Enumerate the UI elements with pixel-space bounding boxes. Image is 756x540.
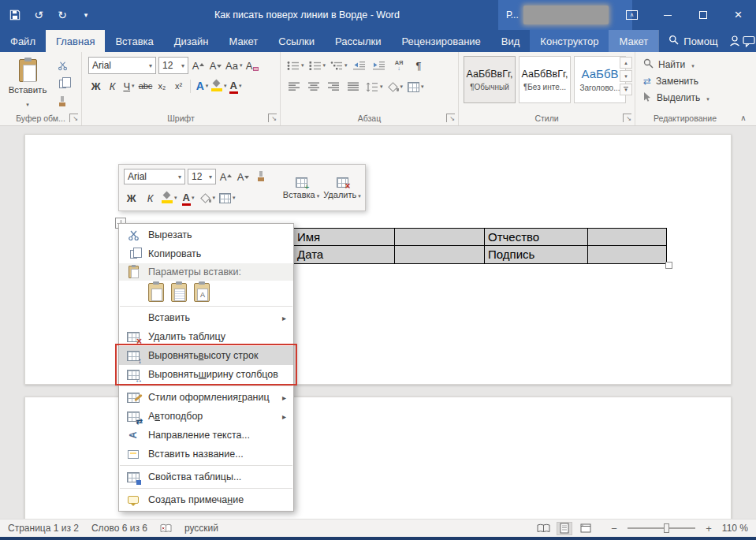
tab-help[interactable]: Помощ xyxy=(658,30,727,52)
italic-button[interactable]: К xyxy=(105,78,120,94)
table-cell[interactable]: Подпись xyxy=(485,246,588,263)
find-button[interactable]: Найти xyxy=(643,58,695,72)
show-formatting-marks-button[interactable]: ¶ xyxy=(412,58,426,73)
mini-font-color-button[interactable]: А xyxy=(181,190,196,206)
table-cell[interactable]: Дата xyxy=(294,246,395,263)
mini-font-family-combo[interactable]: Arial xyxy=(124,169,185,184)
menu-item-delete-table[interactable]: Удалить таблицу xyxy=(119,327,293,346)
paste-button[interactable]: Вставить xyxy=(6,56,50,111)
language-indicator[interactable]: русский xyxy=(184,523,218,534)
line-spacing-button[interactable] xyxy=(366,79,383,95)
mini-delete-table-button[interactable]: Удалить xyxy=(322,168,362,208)
borders-button[interactable] xyxy=(408,79,424,95)
mini-font-size-combo[interactable]: 12 xyxy=(188,169,216,184)
replace-button[interactable]: Заменить xyxy=(643,74,698,88)
web-layout-icon[interactable] xyxy=(578,522,594,535)
style-no-spacing[interactable]: АаБбВвГг, ¶Без инте... xyxy=(519,56,571,103)
minimize-icon[interactable] xyxy=(650,0,685,30)
tab-design[interactable]: Дизайн xyxy=(164,30,219,52)
mini-insert-table-button[interactable]: Вставка xyxy=(281,168,321,208)
cut-button[interactable] xyxy=(55,59,69,72)
print-layout-icon[interactable] xyxy=(557,522,572,535)
redo-icon[interactable] xyxy=(55,8,69,22)
collapse-ribbon-icon[interactable] xyxy=(737,112,750,123)
mini-italic-button[interactable]: К xyxy=(143,190,158,206)
styles-scroll-down-icon[interactable] xyxy=(620,70,632,82)
read-mode-icon[interactable] xyxy=(535,522,551,535)
font-dialog-launcher-icon[interactable] xyxy=(268,114,277,122)
tab-layout[interactable]: Макет xyxy=(218,30,268,52)
tab-insert[interactable]: Вставка xyxy=(105,30,163,52)
increase-indent-button[interactable] xyxy=(372,58,387,73)
mini-shrink-font-button[interactable]: А xyxy=(236,169,251,184)
clipboard-dialog-launcher-icon[interactable] xyxy=(69,114,78,122)
paste-merge-formatting-icon[interactable] xyxy=(171,283,187,302)
close-icon[interactable] xyxy=(721,0,756,30)
table-cell[interactable] xyxy=(395,246,485,263)
tab-review[interactable]: Рецензирование xyxy=(391,30,490,52)
font-family-combo[interactable]: Arial xyxy=(88,57,156,74)
page-count[interactable]: Страница 1 из 2 xyxy=(8,523,79,534)
menu-item-new-comment[interactable]: Создать примечание xyxy=(119,490,293,509)
menu-item-copy[interactable]: Копировать xyxy=(119,244,293,263)
styles-scroll-up-icon[interactable] xyxy=(620,57,632,69)
numbering-button[interactable] xyxy=(309,58,326,73)
zoom-slider[interactable] xyxy=(628,527,695,529)
paragraph-dialog-launcher-icon[interactable] xyxy=(446,114,455,122)
grow-font-button[interactable]: А xyxy=(191,58,206,73)
table-cell[interactable] xyxy=(588,229,666,246)
mini-highlight-button[interactable] xyxy=(162,190,177,206)
strikethrough-button[interactable]: abc xyxy=(138,78,153,94)
bullets-button[interactable] xyxy=(287,58,304,73)
feedback-icon[interactable] xyxy=(742,30,756,52)
undo-icon[interactable] xyxy=(32,8,46,22)
word-count[interactable]: Слово 6 из 6 xyxy=(91,523,147,534)
sort-button[interactable] xyxy=(392,58,407,73)
clear-formatting-button[interactable]: А xyxy=(245,58,260,73)
shading-button[interactable] xyxy=(388,79,404,95)
menu-item-autofit[interactable]: Автоподбор xyxy=(119,407,293,426)
save-icon[interactable] xyxy=(8,8,22,22)
table-resize-handle[interactable] xyxy=(665,262,672,269)
styles-dialog-launcher-icon[interactable] xyxy=(623,114,631,122)
menu-item-distribute-columns[interactable]: Выровнять ширину столбцов xyxy=(119,365,293,384)
tab-view[interactable]: Вид xyxy=(491,30,531,52)
shrink-font-button[interactable]: А xyxy=(208,58,223,73)
tab-table-layout[interactable]: Макет xyxy=(609,30,658,52)
zoom-in-icon[interactable]: + xyxy=(703,523,714,534)
menu-item-text-direction[interactable]: Направление текста... xyxy=(119,426,293,445)
font-size-combo[interactable]: 12 xyxy=(158,57,188,74)
tab-mailings[interactable]: Рассылки xyxy=(325,30,391,52)
paste-text-only-icon[interactable] xyxy=(194,283,210,302)
font-color-button[interactable]: А xyxy=(229,78,244,94)
table-cell[interactable] xyxy=(588,246,666,263)
table-cell[interactable] xyxy=(395,229,485,246)
multilevel-list-button[interactable] xyxy=(330,58,348,73)
subscript-button[interactable]: x₂ xyxy=(155,78,169,94)
tab-references[interactable]: Ссылки xyxy=(268,30,325,52)
decrease-indent-button[interactable] xyxy=(352,58,367,73)
mini-shading-button[interactable] xyxy=(200,190,216,206)
text-effects-button[interactable]: А xyxy=(195,78,210,94)
change-case-button[interactable]: Аа xyxy=(225,58,243,73)
proofing-icon[interactable] xyxy=(160,523,172,533)
tab-home[interactable]: Главная xyxy=(46,30,105,52)
menu-item-distribute-rows[interactable]: Выровнять высоту строк xyxy=(119,346,293,365)
menu-item-insert[interactable]: Вставить xyxy=(119,308,293,327)
customize-quick-access-icon[interactable] xyxy=(79,8,93,22)
mini-borders-button[interactable] xyxy=(219,190,236,206)
ribbon-display-options-icon[interactable] xyxy=(614,0,650,30)
styles-more-icon[interactable] xyxy=(620,84,632,95)
copy-button[interactable] xyxy=(55,77,69,90)
paste-keep-formatting-icon[interactable] xyxy=(148,283,164,302)
table-cell[interactable]: Имя xyxy=(294,229,395,246)
align-right-button[interactable] xyxy=(326,79,341,95)
menu-item-cut[interactable]: Вырезать xyxy=(119,225,293,244)
select-button[interactable]: Выделить xyxy=(643,91,709,105)
menu-item-insert-caption[interactable]: Вставить название... xyxy=(119,445,293,464)
bold-button[interactable]: Ж xyxy=(88,78,103,94)
zoom-slider-thumb[interactable] xyxy=(664,523,669,533)
align-left-button[interactable] xyxy=(287,79,302,95)
zoom-level[interactable]: 110 % xyxy=(720,523,748,534)
table-cell[interactable]: Отчество xyxy=(485,229,588,246)
